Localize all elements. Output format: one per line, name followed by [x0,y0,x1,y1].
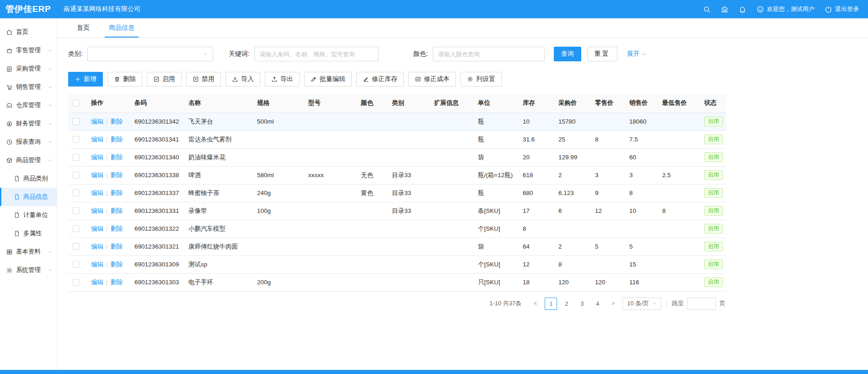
row-checkbox[interactable] [73,172,80,179]
sidebar-item-0[interactable]: 首页 [0,23,57,41]
sidebar-subitem-7-0[interactable]: 商品类别 [0,169,57,188]
edit-link[interactable]: 编辑 [91,190,103,196]
cell-spec: 500ml [252,113,304,130]
delete-link[interactable]: 删除 [111,154,123,161]
cell-ext [429,166,473,184]
sidebar-item-3[interactable]: 销售管理 [0,78,57,96]
operation-cell: 编辑|删除 [86,202,130,220]
tab-goods-info[interactable]: 商品信息 [99,18,144,38]
cost-icon [415,76,421,82]
cell-name: 蜂蜜柚子茶 [184,184,252,202]
delete-link[interactable]: 删除 [111,172,123,179]
page-button-3[interactable]: 3 [576,298,588,310]
category-select[interactable] [87,47,213,61]
toolbar-button-6[interactable]: 批量编辑 [304,72,352,87]
sidebar-item-7[interactable]: 商品管理 [0,151,57,169]
delete-link[interactable]: 删除 [111,261,123,268]
toolbar-button-3[interactable]: 禁用 [186,72,221,87]
delete-link[interactable]: 删除 [111,207,123,214]
operation-cell: 编辑|删除 [86,130,130,148]
edit-link[interactable]: 编辑 [91,154,103,161]
row-checkbox[interactable] [73,154,80,161]
cell-ext [429,220,473,238]
expand-link[interactable]: 展开 [627,50,646,58]
prev-page-button[interactable]: < [529,298,541,310]
toolbar-button-2[interactable]: 启用 [147,72,182,87]
toolbar-button-9[interactable]: 列设置 [461,72,502,87]
sidebar-item-6[interactable]: 报表查询 [0,133,57,151]
logout-button[interactable]: 退出登录 [825,5,859,13]
column-header-11: 零售价 [590,94,625,113]
delete-link[interactable]: 删除 [111,243,123,250]
row-checkbox[interactable] [73,261,80,268]
row-checkbox[interactable] [73,225,80,232]
sidebar-item-9[interactable]: 系统管理 [0,261,57,279]
toolbar-button-7[interactable]: 修正库存 [356,72,404,87]
sidebar-subitem-7-3[interactable]: 多属性 [0,224,57,243]
edit-link[interactable]: 编辑 [91,225,103,232]
cell-name: 小鹏汽车模型 [184,220,252,238]
toolbar-button-8[interactable]: 修正成本 [408,72,456,87]
search-button[interactable]: 查询 [554,47,581,61]
horizontal-scrollbar[interactable] [0,370,868,374]
row-checkbox[interactable] [73,190,80,196]
delete-link[interactable]: 删除 [111,136,123,143]
toolbar-button-0[interactable]: 新增 [68,72,103,87]
search-icon[interactable] [703,5,711,13]
delete-link[interactable]: 删除 [111,225,123,232]
toolbar-button-4[interactable]: 导入 [225,72,260,87]
smiley-icon [756,5,764,13]
table-row: 编辑|删除6901236301303电子手环200g只[SKU]18120120… [68,273,726,291]
sidebar-item-2[interactable]: 采购管理 [0,60,57,78]
checkbox-cell [68,273,86,291]
reset-button[interactable]: 重置 [587,47,617,61]
sidebar-subitem-7-2[interactable]: 计量单位 [0,206,57,224]
jump-page-input[interactable] [687,298,716,310]
row-checkbox[interactable] [73,279,80,286]
report-icon [6,139,13,146]
row-checkbox[interactable] [73,136,80,143]
notifications-icon[interactable] [739,5,746,13]
toolbar-button-1[interactable]: 删除 [107,72,142,87]
sidebar-item-label: 零售管理 [16,46,41,54]
sidebar-subitem-7-1[interactable]: 商品信息 [0,188,57,206]
sidebar-item-label: 基本资料 [16,248,41,256]
edit-link[interactable]: 编辑 [91,136,103,143]
home-shortcut-icon[interactable] [721,5,729,13]
edit-link[interactable]: 编辑 [91,243,103,250]
tab-home[interactable]: 首页 [67,18,99,38]
edit-link[interactable]: 编辑 [91,207,103,214]
page-button-2[interactable]: 2 [560,298,573,310]
edit-link[interactable]: 编辑 [91,279,103,286]
disable-icon [193,76,199,82]
color-input[interactable] [433,47,545,61]
sidebar-item-1[interactable]: 零售管理 [0,41,57,60]
sidebar-item-5[interactable]: 财务管理 [0,114,57,133]
toolbar-button-label: 启用 [162,75,175,83]
row-checkbox[interactable] [73,207,80,214]
sidebar-item-label: 仓库管理 [16,101,41,109]
sidebar-item-8[interactable]: 基本资料 [0,243,57,261]
page-button-4[interactable]: 4 [591,298,604,310]
edit-link[interactable]: 编辑 [91,172,103,179]
delete-link[interactable]: 删除 [111,279,123,286]
row-checkbox[interactable] [73,118,80,125]
sidebar-item-4[interactable]: 仓库管理 [0,96,57,114]
main-layout: 首页零售管理采购管理销售管理仓库管理财务管理报表查询商品管理商品类别商品信息计量… [0,18,868,370]
cell-purchase: 25 [554,130,590,148]
toolbar-button-5[interactable]: 导出 [265,72,300,87]
cell-purchase: 15780 [554,113,590,130]
edit-link[interactable]: 编辑 [91,261,103,268]
page-button-1[interactable]: 1 [545,298,557,310]
keyword-input[interactable] [254,47,379,61]
row-checkbox[interactable] [73,243,80,250]
next-page-button[interactable]: > [607,298,619,310]
sidebar-subitem-label: 商品信息 [23,193,48,201]
row-checkbox[interactable] [73,100,80,107]
link-separator: | [106,136,108,143]
cell-min [658,148,700,166]
delete-link[interactable]: 删除 [111,190,123,196]
page-size-select[interactable]: 10 条/页 [622,298,661,310]
delete-link[interactable]: 删除 [111,118,123,125]
edit-link[interactable]: 编辑 [91,118,103,125]
